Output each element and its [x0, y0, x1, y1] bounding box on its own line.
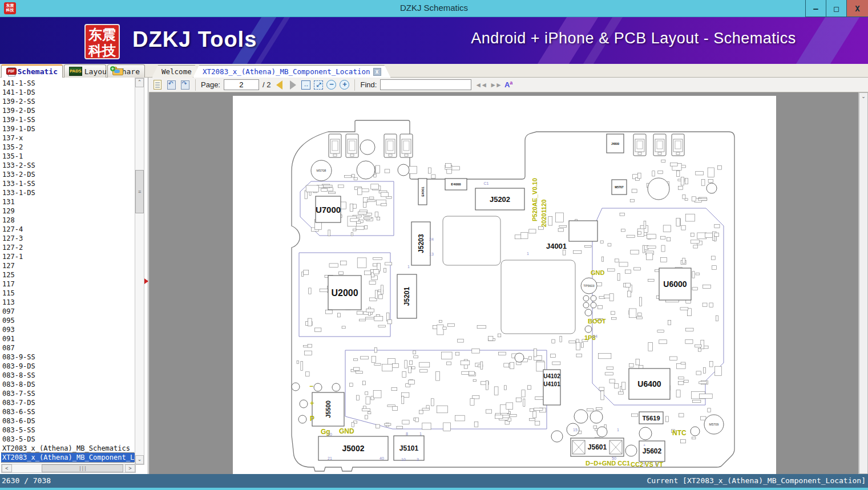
- page-list-item[interactable]: XT2083_x_(Athena)_MB_Component_Locatio: [1, 453, 135, 462]
- page-list-item[interactable]: 127-4: [1, 225, 135, 234]
- small-component: [600, 241, 603, 243]
- page-list-item[interactable]: 139-1-DS: [1, 124, 135, 133]
- sidebar-scroll-thumb[interactable]: ≡: [135, 170, 144, 213]
- close-tab-icon[interactable]: x: [373, 68, 381, 76]
- page-list-item[interactable]: 137-x: [1, 133, 135, 143]
- page-list-item[interactable]: 083-8-DS: [1, 380, 135, 389]
- sidebar-hscroll-thumb[interactable]: ∣∣∣: [42, 464, 123, 472]
- tab-layout[interactable]: PADS Layout: [64, 64, 106, 78]
- zoom-out-icon[interactable]: −: [326, 80, 336, 90]
- page-list-item[interactable]: 127-1: [1, 252, 135, 261]
- small-component: [648, 279, 654, 281]
- page-list[interactable]: 141-1-SS141-1-DS139-2-SS139-2-DS139-1-SS…: [1, 79, 135, 465]
- page-list-item[interactable]: 115: [1, 289, 135, 298]
- page-list-item[interactable]: 133-1-SS: [1, 179, 135, 188]
- scroll-right-icon[interactable]: >: [125, 464, 135, 472]
- page-list-item[interactable]: 135-1: [1, 152, 135, 161]
- pcb-component: U6400: [629, 368, 670, 399]
- page-list-item[interactable]: 083-7-DS: [1, 398, 135, 407]
- maximize-button[interactable]: □: [826, 0, 846, 17]
- small-component: [414, 356, 418, 358]
- small-component: [608, 269, 615, 272]
- snapshot-icon[interactable]: [152, 80, 163, 90]
- next-page-icon[interactable]: [288, 80, 298, 90]
- pin-number: 1: [617, 428, 619, 432]
- page-list-item[interactable]: 128: [1, 216, 135, 225]
- sidebar-vertical-scrollbar[interactable]: ⌃ ≡ ⌄: [135, 78, 144, 465]
- small-component: [357, 311, 363, 314]
- page-list-item[interactable]: 095: [1, 316, 135, 325]
- small-component: [402, 372, 406, 378]
- page-number-input[interactable]: [224, 79, 259, 90]
- page-list-item[interactable]: 113: [1, 298, 135, 307]
- page-list-item[interactable]: 127-2: [1, 243, 135, 252]
- board-annotation: P520AE_V0.10: [531, 178, 538, 221]
- small-component: [704, 367, 706, 373]
- rotate-left-icon[interactable]: [166, 80, 176, 90]
- find-previous-icon[interactable]: ◄◄: [475, 81, 486, 89]
- minimize-button[interactable]: –: [805, 0, 826, 17]
- find-next-icon[interactable]: ►►: [490, 81, 501, 89]
- page-list-item[interactable]: 083-5-DS: [1, 435, 135, 444]
- small-component: [486, 410, 491, 413]
- page-list-item[interactable]: 083-6-DS: [1, 416, 135, 426]
- small-component: [494, 387, 498, 395]
- zoom-in-icon[interactable]: +: [340, 80, 349, 90]
- page-list-item[interactable]: 091: [1, 334, 135, 343]
- page-list-item[interactable]: 129: [1, 206, 135, 216]
- small-component: [548, 216, 552, 225]
- page-list-item[interactable]: 135-2: [1, 143, 135, 152]
- page-list-item[interactable]: 087: [1, 343, 135, 353]
- splitter-collapse-handle[interactable]: [144, 278, 148, 284]
- page-list-item[interactable]: 133-2-DS: [1, 170, 135, 179]
- page-list-item[interactable]: 131: [1, 197, 135, 206]
- page-list-item[interactable]: 127-3: [1, 234, 135, 243]
- page-list-item[interactable]: 133-2-SS: [1, 161, 135, 170]
- page-list-item[interactable]: 141-1-SS: [1, 79, 135, 88]
- prev-page-icon[interactable]: [274, 80, 284, 90]
- close-button[interactable]: X: [846, 0, 868, 17]
- match-case-icon[interactable]: Aa: [504, 80, 512, 89]
- page-list-item[interactable]: 083-9-DS: [1, 362, 135, 371]
- fit-page-icon[interactable]: ⤢: [314, 80, 323, 90]
- page-list-item[interactable]: 139-2-DS: [1, 106, 135, 115]
- test-point-m5708: M5708: [311, 160, 332, 181]
- scroll-down-icon[interactable]: ⌄: [135, 455, 144, 464]
- rotate-right-icon[interactable]: [180, 80, 190, 90]
- mount-hole: [583, 295, 589, 301]
- sidebar-horizontal-scrollbar[interactable]: < ∣∣∣ >: [1, 464, 136, 473]
- page-list-item[interactable]: 139-1-SS: [1, 115, 135, 124]
- brand-name: DZKJ Tools: [132, 27, 257, 52]
- page-list-item[interactable]: 125: [1, 270, 135, 280]
- small-component: [477, 325, 486, 329]
- page-list-item[interactable]: 083-8-SS: [1, 371, 135, 380]
- page-list-item[interactable]: 117: [1, 280, 135, 289]
- pdf-viewport[interactable]: U7000U2000U6000U6400J5202J5203J5201J5500…: [149, 92, 868, 474]
- pcb-component: T5619: [639, 412, 663, 424]
- small-component: [474, 422, 478, 427]
- doc-tab-component-location[interactable]: XT2083_x_(Athena)_MB_Component_Location …: [193, 65, 391, 78]
- scroll-left-icon[interactable]: <: [2, 464, 12, 472]
- page-list-item[interactable]: 141-1-DS: [1, 88, 135, 97]
- document-vertical-scrollbar[interactable]: ⌃ ≡ ⌄: [858, 92, 868, 474]
- fit-width-icon[interactable]: ↔: [301, 80, 310, 90]
- small-component: [351, 233, 353, 236]
- page-list-item[interactable]: 133-1-DS: [1, 188, 135, 197]
- scroll-up-icon[interactable]: ⌃: [135, 78, 144, 87]
- tab-share[interactable]: + Share: [107, 64, 145, 78]
- find-input[interactable]: [380, 79, 471, 90]
- page-list-item[interactable]: XT2083_x_(Athena)_MB_Schematics: [1, 444, 135, 453]
- page-list-item[interactable]: 127: [1, 261, 135, 270]
- doc-scroll-down-icon[interactable]: ⌄: [859, 92, 868, 474]
- small-component: [504, 386, 506, 390]
- page-list-item[interactable]: 083-5-SS: [1, 426, 135, 435]
- page-list-item[interactable]: 097: [1, 307, 135, 316]
- small-component: [305, 351, 312, 355]
- page-list-item[interactable]: 083-7-SS: [1, 389, 135, 398]
- small-component: [563, 250, 566, 255]
- page-list-item[interactable]: 083-9-SS: [1, 353, 135, 362]
- page-list-item[interactable]: 083-6-SS: [1, 407, 135, 416]
- page-list-item[interactable]: 093: [1, 325, 135, 334]
- page-list-item[interactable]: 139-2-SS: [1, 97, 135, 106]
- tab-schematic[interactable]: PDF Schematic: [1, 64, 63, 78]
